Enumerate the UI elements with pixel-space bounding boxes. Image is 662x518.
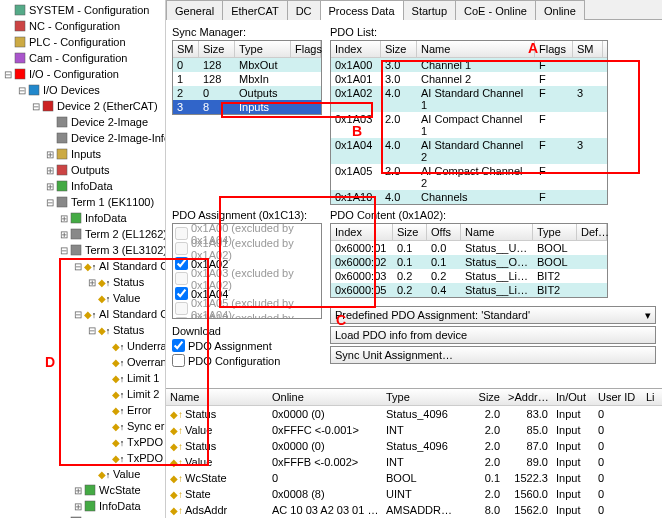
grid-row[interactable]: 0x6000:010.10.0Status__U…BOOL <box>331 241 607 255</box>
tree-item[interactable]: ◆↑Error <box>0 402 165 418</box>
tree-item[interactable]: ◆↑Underrange <box>0 338 165 354</box>
variable-row[interactable]: ◆↑State0x0008 (8)UINT2.01560.0Input0 <box>166 486 662 502</box>
tree-toggle-icon[interactable] <box>100 421 111 432</box>
config-tree[interactable]: SYSTEM - Configuration NC - Configuratio… <box>0 0 166 518</box>
tree-toggle-icon[interactable]: ⊞ <box>44 149 55 160</box>
tree-toggle-icon[interactable] <box>100 405 111 416</box>
variable-row[interactable]: ◆↑AdsAddrAC 10 03 A2 03 01 …AMSADDR…8.01… <box>166 502 662 518</box>
tree-item[interactable]: ⊞Inputs <box>0 146 165 162</box>
grid-row[interactable]: 20Outputs <box>173 86 321 100</box>
tree-item[interactable]: ⊟◆↑AI Standard Channel 2 <box>0 306 165 322</box>
grid-row[interactable]: 0128MbxOut <box>173 58 321 72</box>
load-pdo-button[interactable]: Load PDO info from device <box>330 326 656 344</box>
tree-toggle-icon[interactable] <box>100 437 111 448</box>
tree-item[interactable]: ◆↑TxPDO Toggle <box>0 450 165 466</box>
tree-item[interactable]: ◆↑TxPDO State <box>0 434 165 450</box>
tree-item[interactable]: ⊟Term 3 (EL3102) <box>0 242 165 258</box>
tree-item[interactable]: ⊞Term 2 (EL1262) <box>0 226 165 242</box>
tree-item[interactable]: ⊟Term 1 (EK1100) <box>0 194 165 210</box>
tree-item[interactable]: ⊟◆↑Status <box>0 322 165 338</box>
tree-item[interactable]: ⊞InfoData <box>0 210 165 226</box>
grid-row[interactable]: 0x1A052.0AI Compact Channel 2F <box>331 164 607 190</box>
variable-grid[interactable]: NameOnlineTypeSize>Addr…In/OutUser IDLi◆… <box>166 388 662 518</box>
tree-item[interactable]: ◆↑Sync error <box>0 418 165 434</box>
tree-toggle-icon[interactable] <box>2 21 13 32</box>
tree-item[interactable]: ◆↑Limit 1 <box>0 370 165 386</box>
tree-toggle-icon[interactable] <box>44 117 55 128</box>
tree-toggle-icon[interactable]: ⊞ <box>86 277 97 288</box>
predefined-pdo-combo[interactable]: Predefined PDO Assignment: 'Standard' <box>330 306 656 324</box>
tree-item[interactable]: ◆↑Limit 2 <box>0 386 165 402</box>
tab-coe-online[interactable]: CoE - Online <box>455 0 536 20</box>
tree-toggle-icon[interactable] <box>44 133 55 144</box>
pdo-list-grid[interactable]: IndexSizeNameFlagsSM0x1A003.0Channel 1F0… <box>330 40 608 205</box>
variable-row[interactable]: ◆↑Value0xFFFB <-0.002>INT2.089.0Input0 <box>166 454 662 470</box>
tree-item[interactable]: Device 2-Image-Info <box>0 130 165 146</box>
tree-item[interactable]: ◆↑Overrange <box>0 354 165 370</box>
tree-toggle-icon[interactable]: ⊞ <box>72 485 83 496</box>
tree-item[interactable]: ⊞Term 4 (EL9011) <box>0 514 165 518</box>
tree-toggle-icon[interactable]: ⊟ <box>72 309 83 320</box>
pdo-configuration-checkbox[interactable]: PDO Configuration <box>172 354 322 367</box>
tab-dc[interactable]: DC <box>287 0 321 20</box>
tree-toggle-icon[interactable]: ⊟ <box>58 245 69 256</box>
tree-item[interactable]: ⊞InfoData <box>0 498 165 514</box>
tree-item[interactable]: ⊟◆↑AI Standard Channel 1 <box>0 258 165 274</box>
tree-toggle-icon[interactable] <box>100 373 111 384</box>
sync-unit-button[interactable]: Sync Unit Assignment… <box>330 346 656 364</box>
tree-item[interactable]: ⊞InfoData <box>0 178 165 194</box>
tree-item[interactable]: ⊟Device 2 (EtherCAT) <box>0 98 165 114</box>
tree-toggle-icon[interactable] <box>2 53 13 64</box>
grid-row[interactable]: 0x1A104.0ChannelsF <box>331 190 607 204</box>
tree-toggle-icon[interactable] <box>100 341 111 352</box>
tree-toggle-icon[interactable]: ⊞ <box>58 213 69 224</box>
tree-toggle-icon[interactable]: ⊞ <box>58 229 69 240</box>
grid-row[interactable]: 0x1A003.0Channel 1F <box>331 58 607 72</box>
tree-toggle-icon[interactable]: ⊟ <box>86 325 97 336</box>
tree-item[interactable]: NC - Configuration <box>0 18 165 34</box>
tree-item[interactable]: ◆↑Value <box>0 290 165 306</box>
tab-process-data[interactable]: Process Data <box>320 0 404 20</box>
tree-toggle-icon[interactable]: ⊞ <box>44 181 55 192</box>
tree-toggle-icon[interactable]: ⊟ <box>44 197 55 208</box>
grid-row[interactable]: 0x6000:020.10.1Status__O…BOOL <box>331 255 607 269</box>
grid-row[interactable]: 38Inputs <box>173 100 321 114</box>
tab-ethercat[interactable]: EtherCAT <box>222 0 287 20</box>
pdo-assignment-checkbox[interactable]: PDO Assignment <box>172 339 322 352</box>
tab-online[interactable]: Online <box>535 0 585 20</box>
tab-general[interactable]: General <box>166 0 223 20</box>
tree-item[interactable]: Cam - Configuration <box>0 50 165 66</box>
tree-toggle-icon[interactable] <box>2 5 13 16</box>
tree-toggle-icon[interactable] <box>100 389 111 400</box>
tree-item[interactable]: Device 2-Image <box>0 114 165 130</box>
tree-toggle-icon[interactable] <box>100 357 111 368</box>
pdo-assignment-box[interactable]: 0x1A00 (excluded by 0x1A04)0x1A01 (exclu… <box>172 223 322 319</box>
tree-item[interactable]: ⊟I/O Devices <box>0 82 165 98</box>
tree-toggle-icon[interactable] <box>100 453 111 464</box>
grid-row[interactable]: 0x1A013.0Channel 2F <box>331 72 607 86</box>
tree-toggle-icon[interactable]: ⊞ <box>44 165 55 176</box>
variable-row[interactable]: ◆↑Status0x0000 (0)Status_40962.083.0Inpu… <box>166 406 662 422</box>
grid-row[interactable]: 0x1A044.0AI Standard Channel 2F3 <box>331 138 607 164</box>
tree-toggle-icon[interactable]: ⊞ <box>72 501 83 512</box>
grid-row[interactable]: 1128MbxIn <box>173 72 321 86</box>
tree-toggle-icon[interactable]: ⊟ <box>72 261 83 272</box>
variable-row[interactable]: ◆↑WcState0BOOL0.11522.3Input0 <box>166 470 662 486</box>
tree-item[interactable]: ◆↑Value <box>0 466 165 482</box>
grid-row[interactable]: 0x1A024.0AI Standard Channel 1F3 <box>331 86 607 112</box>
variable-row[interactable]: ◆↑Value0xFFFC <-0.001>INT2.085.0Input0 <box>166 422 662 438</box>
tree-toggle-icon[interactable]: ⊟ <box>2 69 13 80</box>
tree-toggle-icon[interactable] <box>86 469 97 480</box>
tree-item[interactable]: ⊞Outputs <box>0 162 165 178</box>
tab-startup[interactable]: Startup <box>403 0 456 20</box>
pdo-content-grid[interactable]: IndexSizeOffsNameTypeDef…0x6000:010.10.0… <box>330 223 608 298</box>
variable-row[interactable]: ◆↑Status0x0000 (0)Status_40962.087.0Inpu… <box>166 438 662 454</box>
tree-toggle-icon[interactable] <box>2 37 13 48</box>
tree-item[interactable]: PLC - Configuration <box>0 34 165 50</box>
grid-row[interactable]: 0x6000:030.20.2Status__Li…BIT2 <box>331 269 607 283</box>
tree-item[interactable]: ⊟I/O - Configuration <box>0 66 165 82</box>
sync-manager-grid[interactable]: SMSizeTypeFlags0128MbxOut1128MbxIn20Outp… <box>172 40 322 115</box>
tree-item[interactable]: ⊞WcState <box>0 482 165 498</box>
tree-item[interactable]: ⊞◆↑Status <box>0 274 165 290</box>
tree-item[interactable]: SYSTEM - Configuration <box>0 2 165 18</box>
